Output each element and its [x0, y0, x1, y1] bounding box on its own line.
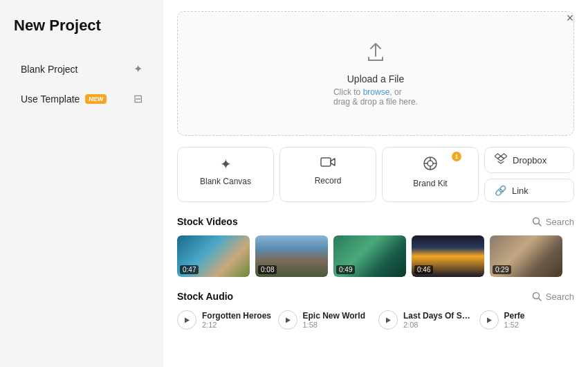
sidebar: New Project Blank Project ✦ Use Template… — [0, 0, 163, 367]
audio-duration-1: 1:58 — [303, 321, 365, 329]
use-template-label: Use Template — [21, 93, 80, 105]
dropbox-label: Dropbox — [513, 155, 546, 165]
audio-title-3: Perfe — [504, 311, 525, 321]
audio-item-0: Forgotten Heroes 2:12 — [177, 310, 273, 330]
link-button[interactable]: 🔗 Link — [484, 179, 574, 202]
sidebar-item-use-template[interactable]: Use Template NEW ⊟ — [14, 87, 149, 111]
svg-line-8 — [538, 224, 541, 226]
play-icon-1 — [284, 316, 291, 324]
upload-title: Upload a File — [347, 73, 405, 84]
video-thumb-3[interactable]: 0:46 — [412, 235, 484, 277]
search-icon — [532, 217, 542, 226]
svg-point-2 — [428, 161, 433, 166]
new-badge: NEW — [85, 94, 107, 104]
video-duration-1: 0:08 — [258, 265, 277, 274]
play-icon-0 — [183, 316, 190, 324]
close-button[interactable]: × — [562, 10, 578, 26]
audio-item-3: Perfe 1:52 — [479, 310, 575, 330]
svg-rect-0 — [321, 158, 331, 166]
audio-title-2: Last Days Of Su... — [403, 311, 474, 321]
audio-search-icon — [532, 292, 542, 301]
stock-videos-search-label: Search — [546, 217, 574, 227]
play-button-3[interactable] — [479, 310, 499, 330]
blank-canvas-button[interactable]: ✦ Blank Canvas — [177, 147, 274, 202]
brand-kit-label: Brand Kit — [413, 179, 447, 188]
video-duration-4: 0:29 — [493, 265, 511, 274]
source-row: ✦ Blank Canvas Record 1 — [177, 147, 574, 202]
audio-duration-2: 2:08 — [403, 321, 474, 329]
browse-link[interactable]: browse — [363, 87, 390, 97]
blank-canvas-label: Blank Canvas — [200, 177, 251, 186]
blank-project-label: Blank Project — [21, 64, 77, 75]
stock-audio-title: Stock Audio — [177, 291, 233, 302]
audio-row: Forgotten Heroes 2:12 Epic New World 1:5… — [177, 310, 574, 330]
brand-kit-icon — [423, 156, 438, 174]
dropbox-button[interactable]: Dropbox — [484, 147, 574, 173]
record-button[interactable]: Record — [279, 147, 376, 202]
blank-canvas-icon: ✦ — [220, 156, 232, 172]
stock-videos-header: Stock Videos Search — [177, 216, 574, 227]
template-icon: ⊟ — [134, 92, 143, 105]
audio-duration-3: 1:52 — [504, 321, 525, 329]
record-icon — [320, 156, 336, 172]
audio-item-1: Epic New World 1:58 — [278, 310, 374, 330]
video-thumb-2[interactable]: 0:49 — [333, 235, 406, 277]
video-thumb-1[interactable]: 0:08 — [255, 235, 328, 277]
main-panel: × Upload a File Click to browse, or drag… — [163, 0, 588, 367]
video-thumb-4[interactable]: 0:29 — [490, 235, 562, 277]
audio-title-1: Epic New World — [303, 311, 365, 321]
audio-duration-0: 2:12 — [202, 321, 271, 329]
source-right-panel: Dropbox 🔗 Link — [484, 147, 574, 202]
video-thumb-0[interactable]: 0:47 — [177, 235, 250, 277]
video-duration-2: 0:49 — [336, 265, 355, 274]
play-button-0[interactable] — [177, 310, 196, 330]
upload-subtitle: Click to browse, or drag & drop a file h… — [333, 87, 418, 107]
upload-icon — [365, 41, 387, 68]
stock-audio-header: Stock Audio Search — [177, 291, 574, 302]
play-icon-2 — [385, 316, 392, 324]
upload-area[interactable]: Upload a File Click to browse, or drag &… — [177, 11, 574, 136]
record-label: Record — [315, 176, 342, 186]
svg-line-10 — [538, 298, 541, 301]
stock-videos-title: Stock Videos — [177, 216, 238, 227]
blank-project-icon: ✦ — [134, 62, 143, 75]
audio-item-2: Last Days Of Su... 2:08 — [378, 310, 474, 330]
dropbox-icon — [495, 153, 507, 167]
sidebar-item-blank-project[interactable]: Blank Project ✦ — [14, 57, 149, 81]
audio-title-0: Forgotten Heroes — [202, 311, 271, 321]
link-icon: 🔗 — [495, 185, 506, 196]
page-title: New Project — [14, 17, 149, 35]
stock-videos-search[interactable]: Search — [532, 217, 574, 227]
stock-audio-search[interactable]: Search — [532, 292, 574, 302]
video-duration-3: 0:46 — [414, 265, 433, 274]
video-duration-0: 0:47 — [180, 265, 199, 274]
play-button-1[interactable] — [278, 310, 297, 330]
play-button-2[interactable] — [378, 310, 398, 330]
stock-audio-search-label: Search — [546, 292, 574, 302]
link-label: Link — [512, 186, 529, 196]
play-icon-3 — [486, 316, 493, 324]
video-row: 0:47 0:08 0:49 0:46 0:29 — [177, 235, 574, 277]
brand-kit-button[interactable]: 1 Brand Kit — [382, 147, 479, 202]
brand-kit-notification: 1 — [452, 152, 461, 161]
